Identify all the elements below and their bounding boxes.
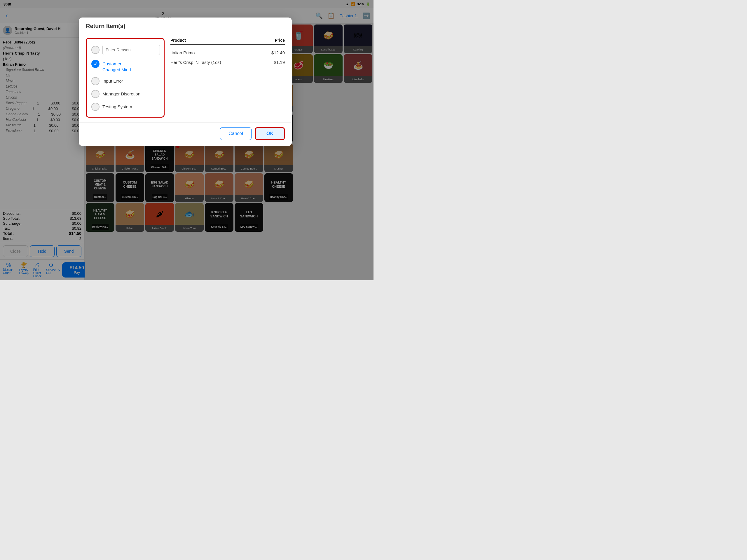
- reason-radio-custom[interactable]: [91, 46, 100, 54]
- reason-text-input[interactable]: [102, 45, 160, 55]
- reasons-panel: ✓ CustomerChanged Mind Input Error Manag…: [86, 38, 164, 118]
- reason-radio-testing-system[interactable]: [91, 103, 100, 111]
- ok-button[interactable]: OK: [255, 127, 285, 140]
- reason-option-testing-system[interactable]: Testing System: [90, 100, 160, 113]
- return-items-modal: Return Item(s) ✓ CustomerChanged Mind: [79, 18, 292, 146]
- price-col-header: Price: [275, 38, 285, 43]
- product-price-1: $12.49: [272, 50, 285, 55]
- modal-header: Return Item(s): [79, 18, 292, 33]
- reason-radio-input-error[interactable]: [91, 77, 100, 85]
- modal-body: ✓ CustomerChanged Mind Input Error Manag…: [79, 33, 292, 122]
- product-price-2: $1.19: [274, 60, 285, 65]
- reason-label-changed-mind: CustomerChanged Mind: [102, 60, 131, 72]
- cancel-button[interactable]: Cancel: [220, 127, 252, 140]
- modal-actions: Cancel OK: [79, 122, 292, 146]
- reason-input-row: [90, 42, 160, 57]
- reason-label-manager-discretion: Manager Discretion: [102, 90, 140, 97]
- reason-option-manager-discretion[interactable]: Manager Discretion: [90, 87, 160, 100]
- product-row: Herr's Crisp 'N Tasty (1oz) $1.19: [171, 57, 285, 67]
- product-name-1: Italian Primo: [171, 50, 195, 55]
- reason-option-input-error[interactable]: Input Error: [90, 75, 160, 87]
- modal-overlay: Return Item(s) ✓ CustomerChanged Mind: [0, 0, 374, 280]
- product-name-2: Herr's Crisp 'N Tasty (1oz): [171, 60, 221, 65]
- modal-title: Return Item(s): [86, 23, 126, 29]
- reason-label-input-error: Input Error: [102, 77, 123, 84]
- check-icon: ✓: [94, 61, 98, 67]
- reason-label-testing-system: Testing System: [102, 103, 132, 110]
- product-row: Italian Primo $12.49: [171, 48, 285, 57]
- products-header: Product Price: [171, 38, 285, 45]
- reason-radio-manager-discretion[interactable]: [91, 90, 100, 98]
- reason-option-changed-mind[interactable]: ✓ CustomerChanged Mind: [90, 57, 160, 75]
- reason-radio-changed-mind[interactable]: ✓: [91, 60, 100, 68]
- product-col-header: Product: [171, 38, 186, 43]
- products-panel: Product Price Italian Primo $12.49 Herr'…: [171, 38, 285, 118]
